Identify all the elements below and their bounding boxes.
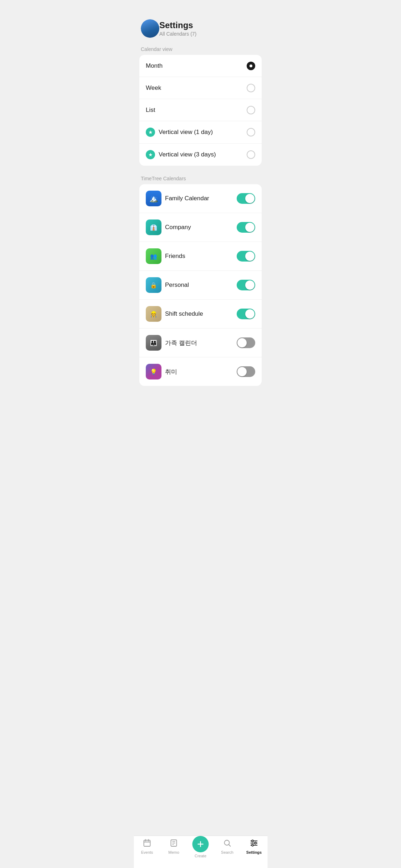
personal-calendar-row[interactable]: 🔒 Personal bbox=[139, 271, 262, 300]
friends-calendar-label: Friends bbox=[165, 253, 185, 260]
gajok-calendar-toggle[interactable] bbox=[237, 337, 255, 348]
personal-calendar-label: Personal bbox=[165, 281, 189, 289]
company-calendar-thumb: 👔 bbox=[146, 219, 161, 235]
company-calendar-toggle[interactable] bbox=[237, 222, 255, 233]
star-icon-1: ★ bbox=[148, 130, 153, 135]
vertical3-option[interactable]: ★ Vertical view (3 days) bbox=[139, 144, 262, 166]
shift-calendar-thumb: 👷 bbox=[146, 306, 161, 322]
month-option[interactable]: Month bbox=[139, 55, 262, 77]
personal-calendar-thumb: 🔒 bbox=[146, 277, 161, 293]
calendar-view-section-label: Calendar view bbox=[134, 43, 267, 55]
premium-badge-1: ★ bbox=[146, 128, 155, 137]
gajok-calendar-thumb: 👨‍👩‍👧 bbox=[146, 335, 161, 351]
shift-calendar-toggle[interactable] bbox=[237, 309, 255, 319]
calendar-view-card: Month Week List ★ Vertical view (1 day) bbox=[139, 55, 262, 166]
status-bar bbox=[134, 0, 267, 16]
family-calendar-label: Family Calendar bbox=[165, 195, 209, 202]
gajok-calendar-row[interactable]: 👨‍👩‍👧 가족 캘린더 bbox=[139, 329, 262, 357]
week-radio[interactable] bbox=[247, 84, 255, 92]
avatar bbox=[141, 19, 159, 38]
week-label: Week bbox=[146, 84, 161, 92]
hobby-calendar-row[interactable]: 💡 취미 bbox=[139, 357, 262, 386]
star-icon-2: ★ bbox=[148, 152, 153, 157]
company-calendar-label: Company bbox=[165, 224, 191, 231]
header: Settings All Calendars (7) bbox=[134, 16, 267, 43]
month-label: Month bbox=[146, 62, 163, 69]
shift-calendar-label: Shift schedule bbox=[165, 310, 203, 317]
friends-calendar-row[interactable]: 👥 Friends bbox=[139, 242, 262, 271]
personal-calendar-toggle[interactable] bbox=[237, 280, 255, 290]
friends-calendar-toggle[interactable] bbox=[237, 251, 255, 262]
vertical1-label: Vertical view (1 day) bbox=[159, 129, 213, 136]
hobby-calendar-label: 취미 bbox=[165, 368, 177, 376]
list-option[interactable]: List bbox=[139, 99, 262, 121]
family-calendar-toggle[interactable] bbox=[237, 193, 255, 204]
family-calendar-thumb: 🏔️ bbox=[146, 191, 161, 206]
vertical3-label: Vertical view (3 days) bbox=[159, 151, 216, 158]
calendars-count: All Calendars (7) bbox=[159, 31, 196, 37]
month-radio[interactable] bbox=[247, 62, 255, 70]
premium-badge-2: ★ bbox=[146, 150, 155, 159]
calendars-card: 🏔️ Family Calendar 👔 Company bbox=[139, 184, 262, 386]
list-radio[interactable] bbox=[247, 106, 255, 114]
vertical1-radio[interactable] bbox=[247, 128, 255, 136]
timetree-section-label: TimeTree Calendars bbox=[134, 173, 267, 184]
hobby-calendar-toggle[interactable] bbox=[237, 366, 255, 377]
week-option[interactable]: Week bbox=[139, 77, 262, 99]
page-title: Settings bbox=[159, 20, 196, 31]
list-label: List bbox=[146, 107, 155, 114]
hobby-calendar-thumb: 💡 bbox=[146, 364, 161, 379]
vertical3-radio[interactable] bbox=[247, 150, 255, 159]
friends-calendar-thumb: 👥 bbox=[146, 248, 161, 264]
company-calendar-row[interactable]: 👔 Company bbox=[139, 213, 262, 242]
gajok-calendar-label: 가족 캘린더 bbox=[165, 339, 197, 347]
shift-calendar-row[interactable]: 👷 Shift schedule bbox=[139, 300, 262, 329]
vertical1-option[interactable]: ★ Vertical view (1 day) bbox=[139, 121, 262, 144]
family-calendar-row[interactable]: 🏔️ Family Calendar bbox=[139, 184, 262, 213]
